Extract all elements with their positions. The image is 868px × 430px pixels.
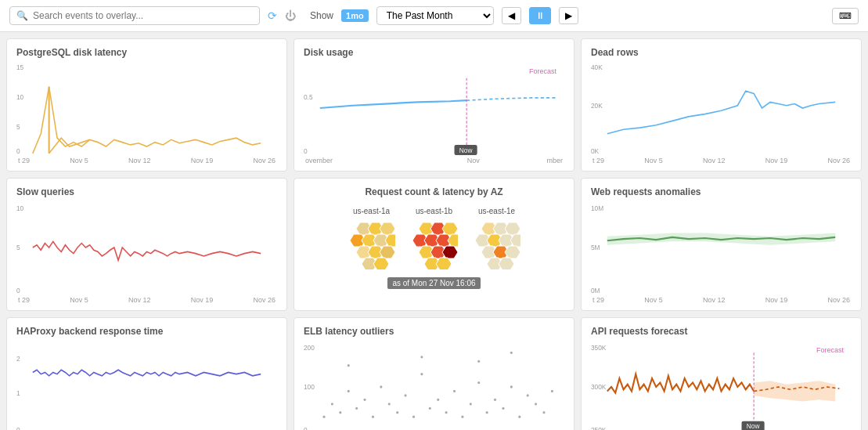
svg-marker-50 xyxy=(499,258,514,269)
widget-postgres-disk-latency: PostgreSQL disk latency 15 10 5 0 t 29No… xyxy=(6,38,287,172)
svg-point-75 xyxy=(437,399,439,401)
widget-request-count: Request count & latency by AZ us-east-1a xyxy=(294,178,574,311)
widget-title: Dead rows xyxy=(591,47,852,58)
as-of-text: as of Mon 27 Nov 16:06 xyxy=(387,277,480,289)
top-bar: 🔍 ⟳ ⏻ Show 1mo The Past Month The Past W… xyxy=(0,0,868,32)
svg-point-63 xyxy=(339,411,341,414)
widget-title: Disk usage xyxy=(304,47,564,58)
svg-point-68 xyxy=(380,385,382,388)
svg-point-76 xyxy=(445,411,448,414)
widget-slow-queries: Slow queries 10 5 0 t 29Nov 5Nov 12Nov 1… xyxy=(6,178,287,311)
widget-web-requests-anomalies: Web requests anomalies 10M 5M 0M t 29Nov… xyxy=(581,178,862,311)
svg-point-91 xyxy=(420,356,423,358)
svg-point-61 xyxy=(322,416,325,418)
svg-point-71 xyxy=(405,394,407,396)
svg-text:0M: 0M xyxy=(591,287,600,294)
forecast-label: Forecast xyxy=(816,346,844,354)
period-badge: 1mo xyxy=(341,9,369,22)
honeycomb-us-east-1a: us-east-1a xyxy=(348,207,395,269)
svg-text:0: 0 xyxy=(304,426,308,430)
widget-disk-usage: Disk usage Forecast 0.5 0 Now ovemberNov… xyxy=(294,38,574,172)
widget-title: Request count & latency by AZ xyxy=(365,186,502,197)
svg-point-70 xyxy=(396,411,398,414)
svg-point-89 xyxy=(551,390,553,392)
svg-point-79 xyxy=(470,403,472,405)
show-label: Show xyxy=(310,10,333,21)
forecast-label: Forecast xyxy=(529,67,556,75)
x-labels: t 29Nov 5Nov 12Nov 19Nov 26 xyxy=(591,296,852,304)
svg-text:10: 10 xyxy=(16,204,24,212)
widget-title: HAProxy backend response time xyxy=(16,326,277,337)
svg-text:5: 5 xyxy=(16,123,20,131)
period-select[interactable]: The Past Month The Past Week The Past Da… xyxy=(376,6,494,25)
svg-text:0: 0 xyxy=(16,287,20,294)
chart-area: 40K 20K 0K xyxy=(591,61,852,155)
widget-api-requests-forecast: API requests forecast Forecast 350K 300K… xyxy=(581,317,862,430)
svg-marker-29 xyxy=(442,222,458,235)
svg-point-64 xyxy=(348,390,350,392)
svg-point-88 xyxy=(542,411,545,414)
x-labels: ovemberNovmber xyxy=(304,157,564,164)
nav-next-button[interactable]: ▶ xyxy=(559,7,578,24)
chart-area: 2 1 0 xyxy=(16,340,277,430)
x-labels: t 29Nov 5Nov 12Nov 19Nov 26 xyxy=(16,157,277,164)
honeycomb-us-east-1e: us-east-1e xyxy=(474,207,520,269)
keyboard-button[interactable]: ⌨ xyxy=(832,8,859,24)
svg-text:250K: 250K xyxy=(591,426,607,430)
svg-text:0: 0 xyxy=(16,147,20,155)
svg-text:350K: 350K xyxy=(591,344,607,352)
svg-text:5: 5 xyxy=(16,244,20,251)
svg-point-65 xyxy=(355,407,358,410)
svg-point-87 xyxy=(535,403,537,405)
svg-point-85 xyxy=(518,416,520,418)
svg-marker-24 xyxy=(380,246,395,258)
svg-point-62 xyxy=(331,403,333,405)
svg-point-72 xyxy=(412,416,415,418)
chart-area: 15 10 5 0 xyxy=(16,61,277,155)
nav-prev-button[interactable]: ◀ xyxy=(502,7,521,24)
az-label: us-east-1a xyxy=(353,207,390,215)
chart-area: Forecast 350K 300K 250K Now xyxy=(591,340,852,430)
search-box[interactable]: 🔍 xyxy=(9,6,260,25)
power-icon[interactable]: ⏻ xyxy=(285,9,296,22)
svg-marker-36 xyxy=(442,246,458,258)
chart-area: 200 100 0 xyxy=(304,340,564,430)
svg-point-67 xyxy=(372,416,374,418)
chart-area: 10M 5M 0M xyxy=(591,201,852,294)
svg-point-92 xyxy=(477,360,480,363)
svg-point-74 xyxy=(429,407,431,410)
search-icon: 🔍 xyxy=(16,10,28,21)
x-labels: t 29Nov 5Nov 12Nov 19Nov 26 xyxy=(16,296,277,304)
svg-text:0: 0 xyxy=(304,147,308,155)
svg-text:Now: Now xyxy=(459,146,473,154)
svg-marker-48 xyxy=(505,246,520,258)
svg-point-73 xyxy=(420,373,423,375)
svg-point-77 xyxy=(453,390,456,392)
svg-point-81 xyxy=(486,411,488,414)
honeycomb-display: us-east-1a xyxy=(348,207,520,269)
svg-text:1: 1 xyxy=(16,389,20,397)
az-label: us-east-1b xyxy=(416,207,452,215)
search-input[interactable] xyxy=(33,10,253,21)
honeycomb-us-east-1b: us-east-1b xyxy=(411,207,458,269)
svg-text:0: 0 xyxy=(16,426,20,430)
svg-text:300K: 300K xyxy=(591,383,607,391)
az-label: us-east-1e xyxy=(478,207,515,215)
svg-marker-38 xyxy=(436,258,452,269)
dashboard: PostgreSQL disk latency 15 10 5 0 t 29No… xyxy=(0,32,868,430)
widget-title: Slow queries xyxy=(16,186,277,197)
chart-area: Forecast 0.5 0 Now xyxy=(304,61,564,155)
svg-point-69 xyxy=(388,403,391,405)
refresh-icon[interactable]: ⟳ xyxy=(268,9,277,22)
widget-elb-latency: ELB latency outliers 200 100 0 xyxy=(294,317,574,430)
svg-text:2: 2 xyxy=(16,355,20,363)
widget-title: Web requests anomalies xyxy=(591,186,852,197)
svg-text:0K: 0K xyxy=(591,147,599,155)
nav-pause-button[interactable]: ⏸ xyxy=(529,7,551,24)
svg-marker-26 xyxy=(373,258,389,269)
widget-title: API requests forecast xyxy=(591,326,852,337)
svg-point-80 xyxy=(477,381,480,384)
svg-text:10M: 10M xyxy=(591,204,603,212)
svg-point-83 xyxy=(502,407,504,410)
svg-text:15: 15 xyxy=(16,63,24,71)
